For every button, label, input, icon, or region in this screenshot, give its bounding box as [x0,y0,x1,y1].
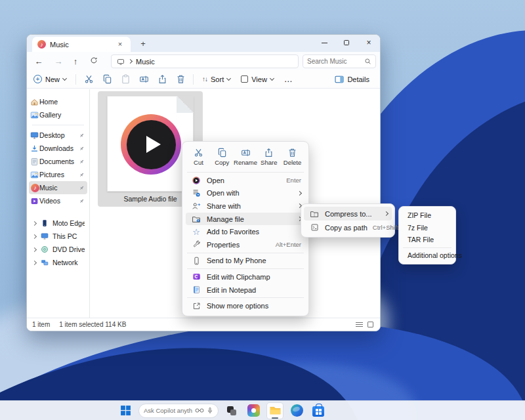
paste-icon [121,74,131,84]
submenu-item-7z-file[interactable]: 7z File [402,222,453,234]
up-button[interactable]: ↑ [68,56,83,66]
sidebar-item-network[interactable]: Network [29,256,87,269]
share-icon [158,74,167,84]
menu-item-edit-in-notepad[interactable]: Edit in Notepad [186,284,305,297]
dvd-drive-icon [41,245,49,253]
item-count: 1 item [32,321,50,328]
start-button[interactable] [117,402,134,419]
submenu-item-tar-file[interactable]: TAR File [402,234,453,246]
breadcrumb[interactable]: Music [111,54,299,68]
copilot-search-input[interactable] [144,407,192,414]
details-view-icon[interactable] [356,322,363,327]
sidebar-item-phone-device[interactable]: Moto Edge 50 Neo [29,217,87,230]
mic-icon[interactable] [207,407,213,415]
new-button[interactable]: + New [27,72,72,87]
submenu-item-copy-as-path[interactable]: Copy as path Ctrl+Shift+C [304,220,392,234]
view-icon [241,75,248,83]
copilot-vision-glasses-icon [195,408,204,413]
menu-item-add-to-favorites[interactable]: ☆ Add to Favorites [186,225,305,238]
rename-quick-button[interactable]: Rename [234,146,257,168]
clipchamp-icon [191,272,201,281]
sidebar-item-gallery[interactable]: Gallery [29,108,87,121]
sidebar-item-dvd-drive[interactable]: DVD Drive (D:) CCC [29,243,87,256]
tab-bar: ♪ Music × + × [27,35,380,52]
sidebar-item-videos[interactable]: Videos [29,194,87,207]
copy-button[interactable] [98,72,116,87]
search-input[interactable] [307,58,364,65]
sidebar-item-desktop[interactable]: Desktop [29,129,87,142]
minimize-button[interactable] [313,35,335,51]
menu-item-manage-file[interactable]: Manage file [186,213,305,226]
expand-chevron-icon[interactable] [32,235,37,238]
sort-label: Sort [211,75,224,83]
sidebar-item-home[interactable]: Home [29,95,87,108]
search-box[interactable] [303,54,376,68]
tab-music[interactable]: ♪ Music × [32,37,131,52]
copy-quick-button[interactable]: Copy [211,146,234,168]
cut-button[interactable] [79,72,98,87]
sidebar-item-documents[interactable]: Documents [29,155,87,168]
new-tab-button[interactable]: + [137,38,149,50]
rename-button[interactable] [135,72,153,87]
menu-item-label: Share with [207,202,293,210]
expand-chevron-icon[interactable] [32,248,37,251]
taskbar-search[interactable] [138,404,219,418]
copy-path-icon [309,223,320,232]
share-quick-button[interactable]: Share [257,146,280,168]
close-button[interactable]: × [358,35,380,51]
context-menu: Cut Copy Rename Share Delete [182,141,309,316]
submenu-item-additional-options[interactable]: Additional options [402,249,453,262]
more-options-button[interactable]: … [279,72,298,87]
photos-app-button[interactable] [245,402,262,419]
manage-file-icon [191,215,201,224]
menu-item-open-with[interactable]: Open with [186,187,305,200]
view-button[interactable]: View [236,72,279,87]
breadcrumb-chevron-icon [128,59,133,64]
sidebar-item-music[interactable]: ♪ Music [29,181,87,194]
submenu-item-label: Compress to... [325,210,379,218]
maximize-button[interactable] [335,35,358,51]
menu-divider [187,268,304,269]
delete-quick-button[interactable]: Delete [281,146,304,168]
paste-button[interactable] [116,72,135,87]
pin-icon [79,198,85,204]
breadcrumb-location[interactable]: Music [136,58,155,66]
menu-item-edit-with-clipchamp[interactable]: Edit with Clipchamp [186,270,305,284]
expand-chevron-icon[interactable] [32,222,37,225]
tab-close-icon[interactable]: × [115,39,125,50]
share-with-icon [191,201,201,211]
menu-item-send-to-my-phone[interactable]: Send to My Phone [186,255,305,268]
edge-browser-button[interactable] [288,402,305,419]
details-toggle-button[interactable]: Details [331,72,373,87]
sort-button[interactable]: ↑↓ Sort [197,72,236,87]
window-controls: × [313,35,380,51]
quick-action-label: Copy [215,159,229,166]
expand-chevron-icon[interactable] [32,261,37,264]
view-label: View [251,75,267,83]
chevron-down-icon [226,75,231,80]
menu-item-share-with[interactable]: Share with [186,200,305,213]
menu-item-open[interactable]: Open Enter [186,174,305,187]
sidebar-item-label: This PC [52,232,85,240]
menu-item-properties[interactable]: Properties Alt+Enter [186,238,305,251]
task-view-button[interactable] [223,402,240,419]
compress-to-submenu: ZIP File 7z File TAR File Additional opt… [398,206,456,264]
refresh-button[interactable] [86,56,102,66]
more-icon: … [284,77,293,81]
submenu-item-compress-to[interactable]: Compress to... [304,207,392,220]
this-pc-icon [41,232,49,240]
forward-button[interactable]: → [51,56,66,66]
file-explorer-button[interactable] [266,402,284,419]
microsoft-store-button[interactable] [310,402,327,419]
sidebar-item-pictures[interactable]: Pictures [29,168,87,181]
submenu-item-zip-file[interactable]: ZIP File [402,209,453,222]
cut-quick-button[interactable]: Cut [187,146,210,168]
back-button[interactable]: ← [31,56,47,66]
share-button[interactable] [153,72,171,87]
large-icons-view-icon[interactable] [368,322,373,327]
menu-item-show-more-options[interactable]: Show more options [186,299,305,312]
sidebar-item-this-pc[interactable]: This PC [29,230,87,243]
music-icon: ♪ [31,184,39,192]
sidebar-item-downloads[interactable]: Downloads [29,142,87,155]
delete-button[interactable] [171,72,190,87]
